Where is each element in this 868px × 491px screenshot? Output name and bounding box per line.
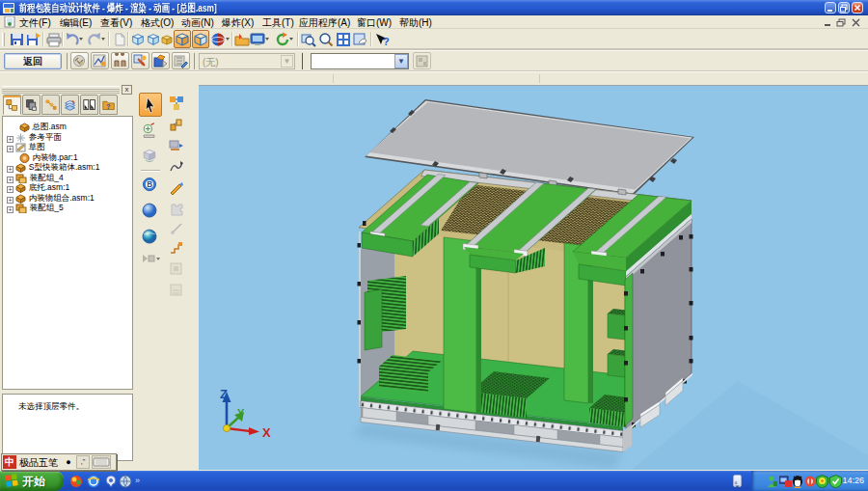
svg-text:X: X	[262, 425, 271, 440]
svg-text:?: ?	[383, 36, 390, 47]
svg-text:Y: Y	[237, 407, 245, 419]
svg-text:?: ?	[106, 102, 111, 111]
svg-text:B: B	[147, 180, 152, 189]
svg-text:ε: ε	[735, 479, 738, 485]
svg-text:Z: Z	[220, 387, 228, 401]
